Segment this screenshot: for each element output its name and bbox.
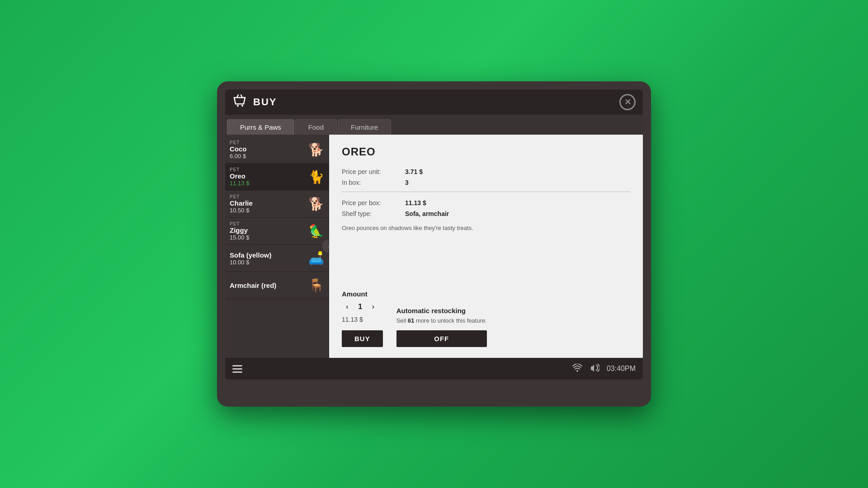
detail-table: Price per unit: 3.71 $ In box: 3 Price p…: [342, 166, 630, 219]
detail-row-price-per-unit: Price per unit: 3.71 $: [342, 166, 630, 177]
item-name: Oreo: [230, 172, 305, 180]
value-price-per-unit: 3.71 $: [405, 166, 630, 177]
main-content: PET Coco 6.00 $ 🐕 PET Oreo 11.13 $ 🐈: [225, 135, 643, 358]
value-in-box: 3: [405, 177, 630, 188]
item-info: PET Coco 6.00 $: [230, 140, 305, 160]
value-price-per-box: 11.13 $: [405, 197, 630, 208]
item-name: Coco: [230, 145, 305, 153]
tab-food[interactable]: Food: [295, 119, 337, 135]
list-item[interactable]: PET Ziggy 15.00 $ 🦜: [225, 218, 329, 245]
auto-restock-suffix: more to unlock this feature.: [414, 317, 486, 324]
title-bar: BUY ✕: [225, 89, 643, 115]
item-price: 10.00 $: [230, 259, 305, 266]
item-name: Charlie: [230, 199, 305, 207]
list-item[interactable]: PET Coco 6.00 $ 🐕: [225, 136, 329, 164]
volume-icon: [590, 364, 599, 374]
svg-point-0: [237, 105, 239, 107]
amount-value: 1: [358, 302, 362, 311]
detail-row-separator: [342, 188, 630, 197]
detail-row-shelf-type: Shelf type: Sofa, armchair: [342, 208, 630, 219]
item-info: PET Charlie 10.50 $: [230, 194, 305, 214]
item-list: PET Coco 6.00 $ 🐕 PET Oreo 11.13 $ 🐈: [225, 135, 329, 301]
auto-restock-section: Automatic restocking Sell 61 more to unl…: [396, 307, 487, 347]
detail-row-in-box: In box: 3: [342, 177, 630, 188]
close-button[interactable]: ✕: [619, 94, 636, 110]
svg-point-2: [576, 370, 578, 372]
product-description: Oreo pounces on shadows like they're tas…: [342, 225, 630, 231]
item-name: Armchair (red): [230, 282, 305, 289]
item-name: Sofa (yellow): [230, 251, 305, 259]
page-title: BUY: [253, 96, 277, 108]
auto-restock-title: Automatic restocking: [396, 307, 487, 314]
item-info: Armchair (red): [230, 282, 305, 289]
amount-increment-button[interactable]: ›: [368, 301, 378, 312]
monitor-screen: BUY ✕ Purrs & Paws Food Furniture PET Co…: [225, 89, 643, 380]
item-price: 6.00 $: [230, 153, 305, 160]
amount-price: 11.13 $: [342, 316, 363, 323]
hamburger-line-1: [232, 365, 242, 366]
hamburger-line-2: [232, 368, 242, 370]
tab-furniture[interactable]: Furniture: [338, 119, 391, 135]
item-image: 🐕: [308, 142, 324, 157]
item-price: 15.00 $: [230, 234, 305, 241]
tabs-bar: Purrs & Paws Food Furniture: [225, 115, 643, 135]
label-price-per-unit: Price per unit:: [342, 166, 405, 177]
buy-button[interactable]: BUY: [342, 330, 383, 347]
hamburger-line-3: [232, 371, 242, 373]
item-image: 🐈: [308, 169, 324, 184]
detail-panel: OREO Price per unit: 3.71 $ In box: 3 Pr: [329, 135, 643, 358]
item-category: PET: [230, 194, 305, 199]
svg-point-1: [241, 105, 243, 107]
label-shelf-type: Shelf type:: [342, 208, 405, 219]
clock-display: 03:40PM: [607, 365, 636, 373]
wifi-icon: [572, 364, 582, 374]
item-image: 🪑: [308, 278, 324, 293]
amount-label: Amount: [342, 290, 368, 298]
item-category: PET: [230, 167, 305, 172]
amount-controls: ‹ 1 ›: [342, 301, 378, 312]
status-bar: 03:40PM: [225, 358, 643, 380]
monitor: BUY ✕ Purrs & Paws Food Furniture PET Co…: [217, 81, 651, 407]
list-item[interactable]: PET Charlie 10.50 $ 🐕: [225, 191, 329, 218]
auto-restock-number: 61: [408, 317, 414, 324]
list-item[interactable]: Armchair (red) 🪑: [225, 272, 329, 299]
item-info: PET Oreo 11.13 $: [230, 167, 305, 187]
item-price: 11.13 $: [230, 180, 305, 187]
tab-purrs-paws[interactable]: Purrs & Paws: [227, 119, 294, 135]
label-in-box: In box:: [342, 177, 405, 188]
left-panel: PET Coco 6.00 $ 🐕 PET Oreo 11.13 $ 🐈: [225, 135, 329, 358]
auto-restock-description: Sell 61 more to unlock this feature.: [396, 317, 487, 324]
auto-restock-toggle-button[interactable]: OFF: [396, 330, 487, 347]
item-category: PET: [230, 140, 305, 145]
list-item[interactable]: PET Oreo 11.13 $ 🐈: [225, 164, 329, 191]
bottom-section: Amount ‹ 1 › 11.13 $ BUY Automatic resto…: [342, 290, 630, 347]
item-info: PET Ziggy 15.00 $: [230, 221, 305, 241]
separator: [342, 192, 630, 192]
menu-button[interactable]: [232, 365, 242, 373]
item-image: 🛋️: [308, 251, 324, 266]
item-category: PET: [230, 221, 305, 226]
item-price: 10.50 $: [230, 207, 305, 214]
item-image: 🐕: [308, 197, 324, 211]
list-item[interactable]: Sofa (yellow) 10.00 $ 🛋️: [225, 245, 329, 272]
item-image: 🦜: [308, 224, 324, 239]
product-name: OREO: [342, 145, 630, 158]
amount-section: Amount ‹ 1 › 11.13 $ BUY: [342, 290, 383, 347]
label-price-per-box: Price per box:: [342, 197, 405, 208]
item-info: Sofa (yellow) 10.00 $: [230, 251, 305, 266]
basket-icon: [232, 94, 247, 110]
value-shelf-type: Sofa, armchair: [405, 208, 630, 219]
auto-restock-prefix: Sell: [396, 317, 408, 324]
status-right: 03:40PM: [572, 364, 636, 374]
item-name: Ziggy: [230, 226, 305, 234]
detail-row-price-per-box: Price per box: 11.13 $: [342, 197, 630, 208]
amount-decrement-button[interactable]: ‹: [342, 301, 353, 312]
